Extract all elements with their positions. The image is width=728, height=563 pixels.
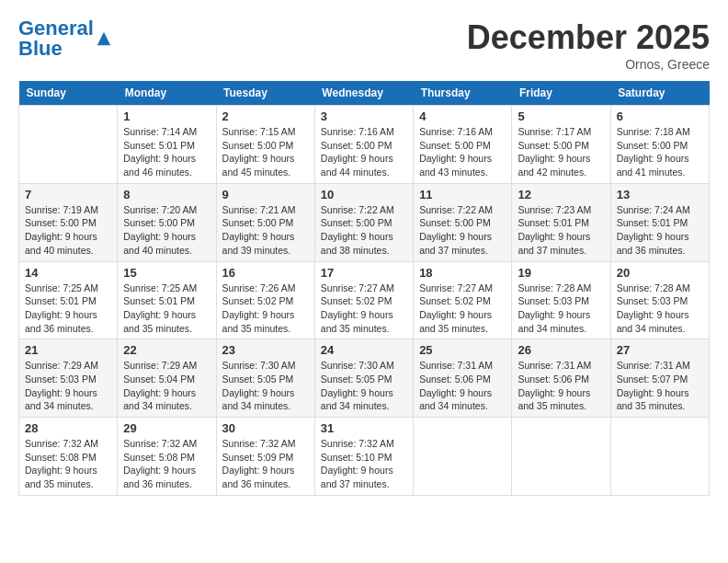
svg-marker-0 (97, 32, 110, 45)
day-info: Sunrise: 7:23 AMSunset: 5:01 PMDaylight:… (518, 203, 604, 258)
table-row: 27Sunrise: 7:31 AMSunset: 5:07 PMDayligh… (610, 339, 709, 418)
col-thursday: Thursday (414, 81, 512, 106)
day-info: Sunrise: 7:16 AMSunset: 5:00 PMDaylight:… (321, 125, 407, 179)
day-number: 28 (25, 421, 111, 435)
table-row: 23Sunrise: 7:30 AMSunset: 5:05 PMDayligh… (216, 339, 314, 418)
table-row: 20Sunrise: 7:28 AMSunset: 5:03 PMDayligh… (610, 261, 709, 339)
calendar-week-row: 7Sunrise: 7:19 AMSunset: 5:00 PMDaylight… (19, 183, 710, 261)
day-number: 26 (518, 343, 604, 357)
table-row: 1Sunrise: 7:14 AMSunset: 5:01 PMDaylight… (118, 106, 216, 184)
table-row: 18Sunrise: 7:27 AMSunset: 5:02 PMDayligh… (414, 261, 512, 339)
day-info: Sunrise: 7:17 AMSunset: 5:00 PMDaylight:… (518, 125, 604, 179)
table-row: 31Sunrise: 7:32 AMSunset: 5:10 PMDayligh… (314, 418, 413, 496)
day-number: 13 (617, 188, 703, 201)
table-row: 16Sunrise: 7:26 AMSunset: 5:02 PMDayligh… (216, 261, 314, 339)
day-number: 2 (222, 109, 309, 123)
day-number: 21 (25, 343, 111, 357)
table-row: 6Sunrise: 7:18 AMSunset: 5:00 PMDaylight… (610, 106, 709, 184)
table-row: 19Sunrise: 7:28 AMSunset: 5:03 PMDayligh… (512, 261, 610, 339)
table-row: 28Sunrise: 7:32 AMSunset: 5:08 PMDayligh… (19, 418, 118, 496)
table-row: 25Sunrise: 7:31 AMSunset: 5:06 PMDayligh… (414, 339, 512, 418)
col-sunday: Sunday (19, 81, 118, 106)
table-row (610, 418, 709, 496)
day-info: Sunrise: 7:15 AMSunset: 5:00 PMDaylight:… (222, 125, 309, 179)
day-number: 8 (123, 188, 210, 201)
day-info: Sunrise: 7:30 AMSunset: 5:05 PMDaylight:… (321, 359, 407, 413)
day-number: 25 (419, 343, 506, 357)
day-number: 1 (123, 109, 210, 123)
table-row: 30Sunrise: 7:32 AMSunset: 5:09 PMDayligh… (216, 418, 314, 496)
table-row: 12Sunrise: 7:23 AMSunset: 5:01 PMDayligh… (512, 183, 610, 261)
table-row: 15Sunrise: 7:25 AMSunset: 5:01 PMDayligh… (118, 261, 216, 339)
calendar-week-row: 1Sunrise: 7:14 AMSunset: 5:01 PMDaylight… (19, 106, 710, 184)
table-row: 7Sunrise: 7:19 AMSunset: 5:00 PMDaylight… (19, 183, 118, 261)
day-number: 24 (321, 343, 407, 357)
table-row: 3Sunrise: 7:16 AMSunset: 5:00 PMDaylight… (314, 106, 413, 184)
day-info: Sunrise: 7:19 AMSunset: 5:00 PMDaylight:… (25, 203, 111, 258)
day-info: Sunrise: 7:18 AMSunset: 5:00 PMDaylight:… (617, 125, 703, 179)
calendar-week-row: 21Sunrise: 7:29 AMSunset: 5:03 PMDayligh… (19, 339, 710, 418)
day-info: Sunrise: 7:28 AMSunset: 5:03 PMDaylight:… (617, 282, 703, 336)
day-number: 22 (123, 343, 210, 357)
table-row: 2Sunrise: 7:15 AMSunset: 5:00 PMDaylight… (216, 106, 314, 184)
day-info: Sunrise: 7:22 AMSunset: 5:00 PMDaylight:… (419, 203, 506, 258)
calendar-table: Sunday Monday Tuesday Wednesday Thursday… (18, 81, 710, 496)
col-tuesday: Tuesday (216, 81, 314, 106)
day-number: 17 (321, 266, 407, 280)
table-row: 5Sunrise: 7:17 AMSunset: 5:00 PMDaylight… (512, 106, 610, 184)
day-number: 5 (518, 109, 604, 123)
col-wednesday: Wednesday (314, 81, 413, 106)
day-info: Sunrise: 7:20 AMSunset: 5:00 PMDaylight:… (123, 203, 210, 258)
day-info: Sunrise: 7:27 AMSunset: 5:02 PMDaylight:… (419, 282, 506, 336)
table-row: 17Sunrise: 7:27 AMSunset: 5:02 PMDayligh… (314, 261, 413, 339)
location: Ornos, Greece (467, 57, 710, 72)
day-info: Sunrise: 7:32 AMSunset: 5:08 PMDaylight:… (25, 437, 111, 491)
day-info: Sunrise: 7:32 AMSunset: 5:09 PMDaylight:… (222, 437, 309, 491)
day-number: 27 (617, 343, 703, 357)
day-number: 14 (25, 266, 111, 280)
day-info: Sunrise: 7:28 AMSunset: 5:03 PMDaylight:… (518, 282, 604, 336)
day-number: 9 (222, 188, 309, 201)
day-number: 10 (321, 188, 407, 201)
day-info: Sunrise: 7:22 AMSunset: 5:00 PMDaylight:… (321, 203, 407, 258)
table-row: 4Sunrise: 7:16 AMSunset: 5:00 PMDaylight… (414, 106, 512, 184)
day-number: 12 (518, 188, 604, 201)
month-title: December 2025 (467, 18, 710, 57)
page-header: General Blue December 2025 Ornos, Greece (18, 18, 710, 72)
day-info: Sunrise: 7:25 AMSunset: 5:01 PMDaylight:… (25, 282, 111, 336)
day-info: Sunrise: 7:29 AMSunset: 5:04 PMDaylight:… (123, 359, 210, 413)
day-number: 29 (123, 421, 210, 435)
day-number: 20 (617, 266, 703, 280)
day-number: 30 (222, 421, 309, 435)
table-row: 22Sunrise: 7:29 AMSunset: 5:04 PMDayligh… (118, 339, 216, 418)
day-info: Sunrise: 7:31 AMSunset: 5:07 PMDaylight:… (617, 359, 703, 413)
table-row (19, 106, 118, 184)
table-row: 11Sunrise: 7:22 AMSunset: 5:00 PMDayligh… (414, 183, 512, 261)
day-info: Sunrise: 7:30 AMSunset: 5:05 PMDaylight:… (222, 359, 309, 413)
col-friday: Friday (512, 81, 610, 106)
table-row: 8Sunrise: 7:20 AMSunset: 5:00 PMDaylight… (118, 183, 216, 261)
table-row: 29Sunrise: 7:32 AMSunset: 5:08 PMDayligh… (118, 418, 216, 496)
day-number: 6 (617, 109, 703, 123)
day-info: Sunrise: 7:31 AMSunset: 5:06 PMDaylight:… (419, 359, 506, 413)
table-row: 10Sunrise: 7:22 AMSunset: 5:00 PMDayligh… (314, 183, 413, 261)
day-info: Sunrise: 7:32 AMSunset: 5:08 PMDaylight:… (123, 437, 210, 491)
day-number: 4 (419, 109, 506, 123)
day-info: Sunrise: 7:32 AMSunset: 5:10 PMDaylight:… (321, 437, 407, 491)
day-info: Sunrise: 7:31 AMSunset: 5:06 PMDaylight:… (518, 359, 604, 413)
day-info: Sunrise: 7:24 AMSunset: 5:01 PMDaylight:… (617, 203, 703, 258)
day-info: Sunrise: 7:25 AMSunset: 5:01 PMDaylight:… (123, 282, 210, 336)
day-number: 16 (222, 266, 309, 280)
table-row: 14Sunrise: 7:25 AMSunset: 5:01 PMDayligh… (19, 261, 118, 339)
day-number: 31 (321, 421, 407, 435)
title-area: December 2025 Ornos, Greece (467, 18, 710, 72)
day-number: 23 (222, 343, 309, 357)
day-info: Sunrise: 7:14 AMSunset: 5:01 PMDaylight:… (123, 125, 210, 179)
table-row: 21Sunrise: 7:29 AMSunset: 5:03 PMDayligh… (19, 339, 118, 418)
logo: General Blue (18, 18, 112, 59)
calendar-week-row: 28Sunrise: 7:32 AMSunset: 5:08 PMDayligh… (19, 418, 710, 496)
day-number: 3 (321, 109, 407, 123)
table-row: 13Sunrise: 7:24 AMSunset: 5:01 PMDayligh… (610, 183, 709, 261)
day-info: Sunrise: 7:16 AMSunset: 5:00 PMDaylight:… (419, 125, 506, 179)
day-info: Sunrise: 7:21 AMSunset: 5:00 PMDaylight:… (222, 203, 309, 258)
